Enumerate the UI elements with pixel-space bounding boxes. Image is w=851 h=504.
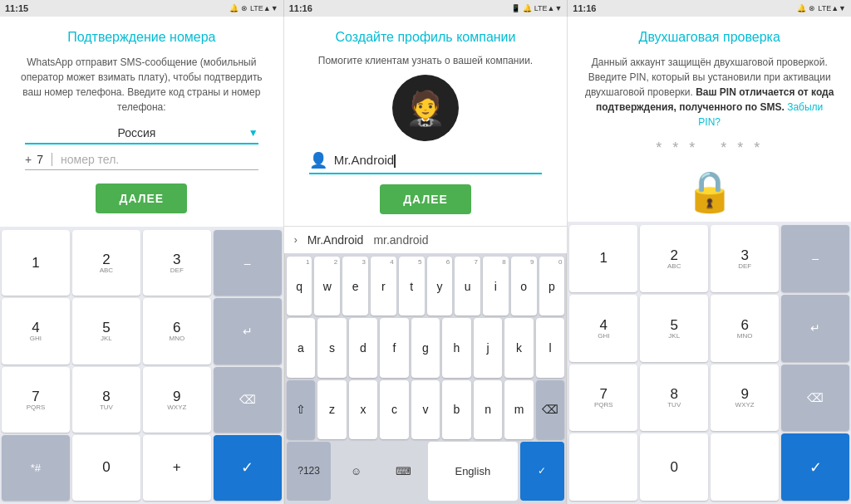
qkey-check-2[interactable]: ✓ <box>520 442 565 501</box>
key-row-3-4: 0 ✓ <box>569 433 849 501</box>
phone-code: 7 <box>37 153 43 166</box>
phone-number-row: + 7 номер тел. <box>25 153 258 170</box>
country-select[interactable]: Россия ▼ <box>25 126 258 144</box>
key-row-3-2: 4GHI 5JKL 6MNO ↵ <box>569 295 849 362</box>
qkey-u[interactable]: 7u <box>455 257 480 316</box>
qkey-y[interactable]: 6y <box>427 257 453 316</box>
qkey-m[interactable]: m <box>504 380 534 439</box>
qkey-num-switch[interactable]: ?123 <box>287 442 332 501</box>
qkey-backspace-qwerty[interactable]: ⌫ <box>536 380 565 439</box>
qkey-n[interactable]: n <box>474 380 503 439</box>
qkey-s[interactable]: s <box>317 318 347 377</box>
key3-9[interactable]: 9WXYZ <box>711 365 779 432</box>
key-check-1[interactable]: ✓ <box>214 435 282 501</box>
key-backspace[interactable]: ⌫ <box>214 367 282 433</box>
phone-divider <box>52 153 52 166</box>
key-row-4: *# 0 + ✓ <box>2 435 282 501</box>
qkey-j[interactable]: j <box>474 318 503 377</box>
key3-dash[interactable]: – <box>781 225 849 292</box>
key3-enter[interactable]: ↵ <box>781 295 849 362</box>
qkey-emoji[interactable]: ☺ <box>333 442 378 501</box>
qkey-shift[interactable]: ⇧ <box>287 380 316 439</box>
key3-backspace[interactable]: ⌫ <box>781 365 849 432</box>
qkey-t[interactable]: 5t <box>399 257 425 316</box>
autocomplete-bar: › Mr.Android mr.android <box>284 226 568 253</box>
qkey-g[interactable]: g <box>411 318 440 377</box>
key-enter[interactable]: ↵ <box>214 298 282 364</box>
key-3[interactable]: 3DEF <box>143 230 211 296</box>
key-2[interactable]: 2ABC <box>72 230 140 296</box>
qkey-keyboard-switch[interactable]: ⌨ <box>381 442 426 501</box>
qkey-h[interactable]: h <box>442 318 471 377</box>
time-1: 11:15 <box>5 3 28 13</box>
key3-5[interactable]: 5JKL <box>640 295 708 362</box>
panel-company-profile: Создайте профиль компании Помогите клиен… <box>284 17 568 504</box>
next-button-1[interactable]: ДАЛЕЕ <box>96 183 187 213</box>
next-button-2[interactable]: ДАЛЕЕ <box>380 184 471 214</box>
qkey-c[interactable]: c <box>380 380 409 439</box>
name-input-row[interactable]: 👤 Mr.Android <box>309 151 543 174</box>
dropdown-arrow-icon: ▼ <box>248 127 258 139</box>
autocomplete-item-1[interactable]: Mr.Android <box>307 233 364 247</box>
panel3-content: Двухшаговая проверка Данный аккаунт защи… <box>568 17 851 222</box>
panel-two-step: Двухшаговая проверка Данный аккаунт защи… <box>568 17 851 504</box>
status-icons-1: 🔔 ⊗ LTE▲▼ <box>229 4 278 12</box>
time-2: 11:16 <box>289 3 312 13</box>
qkey-z[interactable]: z <box>317 380 347 439</box>
pin-input-row[interactable]: * * * * * * <box>584 139 834 157</box>
key-symbols[interactable]: *# <box>2 435 70 501</box>
key3-6[interactable]: 6MNO <box>711 295 779 362</box>
lock-icon-area: 🔒 <box>584 169 834 215</box>
qkey-v[interactable]: v <box>411 380 440 439</box>
pin-dots: * * * * * * <box>656 139 763 157</box>
country-label: Россия <box>25 126 248 139</box>
qkey-r[interactable]: 4r <box>371 257 396 316</box>
key-4[interactable]: 4GHI <box>2 298 70 364</box>
qkey-b[interactable]: b <box>442 380 471 439</box>
key-1[interactable]: 1 <box>2 230 70 296</box>
avatar-area[interactable]: 🤵 <box>301 75 551 141</box>
key-7[interactable]: 7PQRS <box>2 367 70 433</box>
qkey-e[interactable]: 3e <box>342 257 368 316</box>
panel1-title: Подтверждение номера <box>17 30 267 45</box>
key-row-1: 1 2ABC 3DEF – <box>2 230 282 296</box>
qwerty-toolbar: ?123 ☺ ⌨ English ✓ <box>287 442 565 501</box>
key3-4[interactable]: 4GHI <box>569 295 637 362</box>
key3-3[interactable]: 3DEF <box>711 225 779 292</box>
qkey-l[interactable]: l <box>536 318 565 377</box>
qkey-i[interactable]: 8i <box>483 257 509 316</box>
autocomplete-item-2[interactable]: mr.android <box>373 233 428 247</box>
lock-icon: 🔒 <box>685 169 735 215</box>
qkey-p[interactable]: 0p <box>539 257 565 316</box>
phone-placeholder[interactable]: номер тел. <box>61 153 119 166</box>
key-0[interactable]: 0 <box>72 435 140 501</box>
name-input-value[interactable]: Mr.Android <box>334 153 543 168</box>
qkey-q[interactable]: 1q <box>287 257 312 316</box>
key3-check[interactable]: ✓ <box>781 433 849 501</box>
qkey-a[interactable]: a <box>287 318 316 377</box>
qkey-k[interactable]: k <box>504 318 534 377</box>
key3-8[interactable]: 8TUV <box>640 365 708 432</box>
key3-1[interactable]: 1 <box>569 225 637 292</box>
key3-0[interactable]: 0 <box>640 433 708 501</box>
qkey-language[interactable]: English <box>428 442 518 501</box>
qkey-x[interactable]: x <box>349 380 378 439</box>
qkey-d[interactable]: d <box>349 318 378 377</box>
qkey-f[interactable]: f <box>380 318 409 377</box>
status-bars: 11:15 🔔 ⊗ LTE▲▼ 11:16 📱 🔔 LTE▲▼ 11:16 🔔 … <box>0 0 851 17</box>
key-dash[interactable]: – <box>214 230 282 296</box>
key-6[interactable]: 6MNO <box>143 298 211 364</box>
qwerty-keyboard-area: 1q 2w 3e 4r 5t 6y 7u 8i 9o 0p a s d f <box>284 253 568 504</box>
avatar[interactable]: 🤵 <box>392 75 459 141</box>
autocomplete-arrow-icon: › <box>294 234 298 246</box>
key3-7[interactable]: 7PQRS <box>569 365 637 432</box>
key-9[interactable]: 9WXYZ <box>143 367 211 433</box>
key-8[interactable]: 8TUV <box>72 367 140 433</box>
qkey-o[interactable]: 9o <box>511 257 537 316</box>
key-plus[interactable]: + <box>143 435 211 501</box>
panels-container: Подтверждение номера WhatsApp отправит S… <box>0 17 851 504</box>
text-cursor <box>394 154 396 168</box>
key-5[interactable]: 5JKL <box>72 298 140 364</box>
qkey-w[interactable]: 2w <box>314 257 340 316</box>
key3-2[interactable]: 2ABC <box>640 225 708 292</box>
